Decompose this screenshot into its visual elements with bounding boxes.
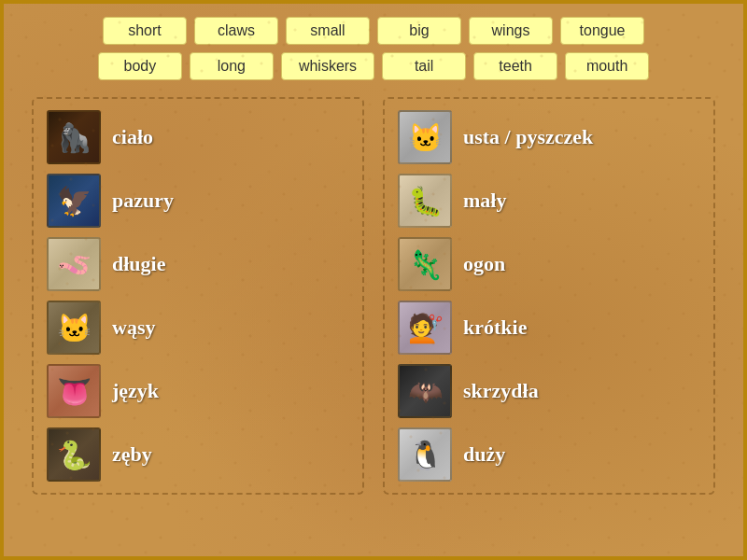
vocab-image-krotkie: 💇 (398, 301, 452, 355)
word-chip-tail[interactable]: tail (382, 52, 466, 80)
word-bank: shortclawssmallbigwingstonguebodylongwhi… (4, 4, 743, 90)
vocab-word-skrzydla: skrzydła (463, 379, 539, 403)
vocab-word-wasy: wąsy (112, 315, 155, 340)
word-chip-whiskers[interactable]: whiskers (281, 52, 374, 80)
word-chip-teeth[interactable]: teeth (473, 52, 557, 80)
vocab-row-wasy: 🐱wąsy (47, 299, 349, 357)
vocab-word-usta: usta / pyszczek (463, 125, 593, 149)
vocab-image-pazury: 🦅 (47, 174, 101, 228)
word-chip-small[interactable]: small (286, 17, 370, 45)
vocab-word-jezyk: język (112, 379, 159, 403)
word-chip-short[interactable]: short (103, 17, 187, 45)
vocab-word-ogon: ogon (463, 252, 505, 276)
vocab-word-cialo: ciało (112, 125, 153, 149)
vocab-image-jezyk: 👅 (47, 364, 101, 418)
vocab-image-ogon: 🦎 (398, 237, 452, 291)
word-chip-mouth[interactable]: mouth (565, 52, 649, 80)
vocab-row-duzy: 🐧duży (398, 426, 700, 483)
vocab-word-krotkie: krótkie (463, 315, 527, 340)
vocab-row-cialo: 🦍ciało (47, 108, 349, 166)
vocab-image-zeby: 🐍 (47, 427, 101, 482)
vocab-row-maly: 🐛mały (398, 172, 700, 230)
vocab-row-zeby: 🐍zęby (47, 426, 349, 483)
right-column: 🐱usta / pyszczek🐛mały🦎ogon💇krótkie🦇skrzy… (383, 97, 715, 495)
vocab-word-dlugie: długie (112, 252, 165, 276)
word-chip-body[interactable]: body (98, 52, 182, 80)
vocab-row-jezyk: 👅język (47, 362, 349, 420)
vocab-word-pazury: pazury (112, 189, 174, 213)
vocab-word-zeby: zęby (112, 442, 152, 467)
vocab-row-ogon: 🦎ogon (398, 235, 700, 293)
vocab-word-maly: mały (463, 189, 506, 213)
word-chip-tongue[interactable]: tongue (560, 17, 644, 45)
vocab-row-skrzydla: 🦇skrzydła (398, 362, 700, 420)
word-chip-long[interactable]: long (190, 52, 274, 80)
word-chip-wings[interactable]: wings (469, 17, 553, 45)
vocab-word-duzy: duży (463, 442, 505, 467)
vocab-image-dlugie: 🪱 (47, 237, 101, 291)
main-content: 🦍ciało🦅pazury🪱długie🐱wąsy👅język🐍zęby 🐱us… (4, 90, 743, 504)
vocab-row-krotkie: 💇krótkie (398, 299, 700, 357)
vocab-row-dlugie: 🪱długie (47, 235, 349, 293)
left-column: 🦍ciało🦅pazury🪱długie🐱wąsy👅język🐍zęby (32, 97, 364, 495)
vocab-image-wasy: 🐱 (47, 301, 101, 355)
vocab-image-cialo: 🦍 (47, 110, 101, 164)
vocab-image-maly: 🐛 (398, 174, 452, 228)
vocab-row-pazury: 🦅pazury (47, 172, 349, 230)
vocab-image-skrzydla: 🦇 (398, 364, 452, 418)
vocab-row-usta: 🐱usta / pyszczek (398, 108, 700, 166)
vocab-image-usta: 🐱 (398, 110, 452, 164)
word-chip-claws[interactable]: claws (194, 17, 278, 45)
vocab-image-duzy: 🐧 (398, 427, 452, 482)
word-chip-big[interactable]: big (377, 17, 461, 45)
